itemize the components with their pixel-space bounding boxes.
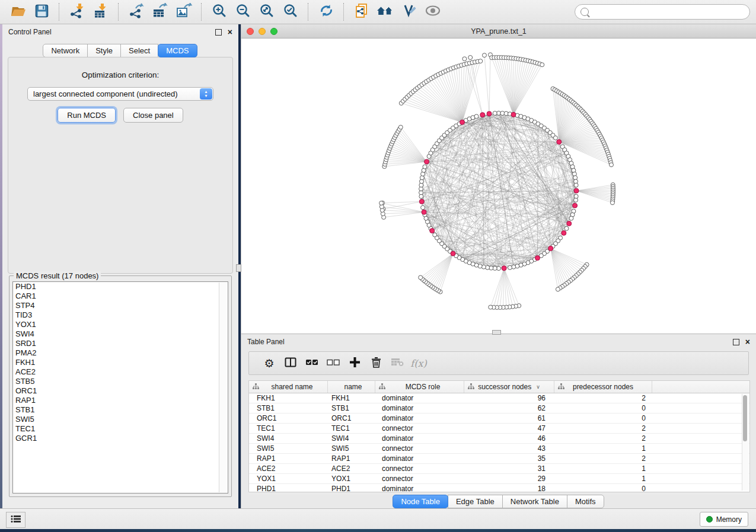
network-node[interactable] — [553, 136, 557, 140]
network-node[interactable] — [421, 206, 425, 210]
run-mcds-button[interactable]: Run MCDS — [58, 108, 116, 123]
network-leaf-node[interactable] — [379, 201, 384, 205]
import-table-button[interactable] — [89, 2, 113, 22]
mcds-result-item[interactable]: TID3 — [13, 310, 228, 320]
mcds-result-item[interactable]: PHD1 — [13, 282, 228, 291]
network-node[interactable] — [423, 165, 427, 169]
network-hub-node[interactable] — [535, 255, 540, 260]
mcds-result-item[interactable]: SRD1 — [13, 339, 228, 348]
column-header-predecessor-nodes[interactable]: predecessor nodes — [554, 381, 652, 393]
mcds-result-item[interactable]: SWI4 — [13, 329, 228, 339]
network-leaf-node[interactable] — [419, 275, 423, 280]
network-hub-node[interactable] — [422, 210, 426, 214]
network-canvas[interactable] — [241, 39, 756, 334]
network-node[interactable] — [574, 198, 578, 202]
mcds-result-item[interactable]: ACE2 — [13, 367, 228, 377]
tab-motifs[interactable]: Motifs — [567, 495, 604, 508]
network-hub-node[interactable] — [502, 266, 506, 271]
network-leaf-node[interactable] — [540, 63, 544, 67]
network-leaf-node[interactable] — [479, 59, 483, 63]
network-hub-node[interactable] — [487, 111, 492, 116]
network-hub-node[interactable] — [480, 113, 485, 117]
mcds-result-item[interactable]: SWI5 — [13, 415, 228, 424]
float-panel-icon[interactable] — [215, 29, 222, 36]
network-node[interactable] — [474, 114, 479, 118]
close-panel-button[interactable]: Close panel — [123, 108, 183, 123]
mcds-result-list[interactable]: PHD1CAR1STP4TID3YOX1SWI4SRD1PMA2FKH1ACE2… — [12, 281, 228, 493]
deselect-all-button[interactable] — [323, 358, 344, 368]
tab-node-table[interactable]: Node Table — [393, 495, 448, 508]
table-row[interactable]: STB1STB1dominator620 — [249, 403, 749, 414]
mcds-list-scrollbar[interactable] — [219, 283, 227, 492]
close-panel-icon[interactable]: × — [228, 28, 232, 36]
export-network-button[interactable] — [125, 2, 148, 22]
mcds-result-item[interactable]: FKH1 — [13, 358, 228, 367]
mcds-result-item[interactable]: STB1 — [13, 405, 228, 415]
zoom-selected-button[interactable] — [279, 2, 302, 22]
network-node[interactable] — [508, 265, 512, 270]
column-header-successor-nodes[interactable]: successor nodes∨ — [464, 381, 554, 393]
mcds-result-item[interactable]: STB5 — [13, 377, 228, 386]
network-hub-node[interactable] — [548, 246, 553, 251]
network-node[interactable] — [564, 226, 569, 230]
mcds-result-item[interactable]: TEC1 — [13, 424, 228, 434]
table-row[interactable]: PHD1PHD1dominator180 — [249, 484, 749, 494]
network-hub-node[interactable] — [567, 221, 572, 226]
column-header-name[interactable]: name — [328, 381, 375, 393]
mcds-result-item[interactable]: YOX1 — [13, 320, 228, 329]
column-header-shared-name[interactable]: shared name — [249, 381, 328, 393]
network-hub-node[interactable] — [557, 140, 562, 145]
tab-network-table[interactable]: Network Table — [502, 495, 567, 508]
network-hub-node[interactable] — [430, 228, 435, 233]
network-leaf-node[interactable] — [489, 305, 493, 309]
table-scrollbar-thumb[interactable] — [743, 395, 747, 441]
tab-style[interactable]: Style — [87, 44, 121, 57]
network-hub-node[interactable] — [419, 199, 424, 204]
table-row[interactable]: SWI4SWI4dominator462 — [249, 434, 749, 444]
network-graph[interactable] — [241, 39, 756, 334]
zoom-in-button[interactable] — [208, 2, 231, 22]
select-all-button[interactable] — [301, 358, 323, 368]
zoom-out-button[interactable] — [231, 2, 255, 22]
birds-eye-view-button[interactable] — [421, 2, 445, 22]
table-row[interactable]: SWI5SWI5connector431 — [249, 444, 749, 454]
network-leaf-node[interactable] — [468, 56, 473, 60]
tab-edge-table[interactable]: Edge Table — [448, 495, 503, 508]
apply-layout-button[interactable] — [314, 2, 338, 22]
log-console-button[interactable] — [6, 512, 25, 528]
column-header-mcds-role[interactable]: MCDS role — [375, 381, 464, 393]
destroy-table-button[interactable] — [387, 358, 408, 368]
network-leaf-node[interactable] — [398, 125, 403, 129]
mcds-result-item[interactable]: RAP1 — [13, 396, 228, 405]
table-settings-button[interactable]: ⚙ — [259, 358, 280, 369]
tab-mcds[interactable]: MCDS — [158, 44, 197, 57]
first-neighbors-button[interactable] — [374, 2, 397, 22]
network-leaf-node[interactable] — [462, 57, 467, 61]
network-hub-node[interactable] — [511, 112, 516, 117]
column-visibility-button[interactable] — [280, 357, 301, 370]
close-table-panel-icon[interactable]: × — [745, 338, 750, 346]
memory-button[interactable]: Memory — [700, 512, 748, 527]
network-node[interactable] — [433, 233, 437, 237]
new-network-from-selection-button[interactable] — [350, 2, 374, 22]
table-row[interactable]: YOX1YOX1connector291 — [249, 474, 749, 484]
export-table-button[interactable] — [148, 2, 172, 22]
graphics-details-button[interactable] — [397, 2, 421, 22]
network-hub-node[interactable] — [574, 188, 579, 193]
network-hub-node[interactable] — [562, 230, 566, 235]
float-table-panel-icon[interactable] — [733, 339, 739, 345]
network-leaf-node[interactable] — [482, 53, 486, 57]
tab-network[interactable]: Network — [43, 44, 88, 57]
delete-row-button[interactable] — [365, 357, 387, 370]
mcds-result-item[interactable]: GCR1 — [13, 434, 228, 443]
search-input[interactable] — [592, 7, 744, 17]
criterion-dropdown[interactable]: largest connected component (undirected)… — [27, 87, 213, 101]
network-leaf-node[interactable] — [556, 287, 560, 291]
table-row[interactable]: ACE2ACE2connector311 — [249, 464, 749, 474]
table-row[interactable]: ORC1ORC1dominator610 — [249, 414, 749, 424]
network-leaf-node[interactable] — [610, 201, 614, 205]
table-row[interactable]: TEC1TEC1connector472 — [249, 424, 749, 434]
export-image-button[interactable] — [172, 2, 196, 22]
network-node[interactable] — [569, 216, 573, 220]
save-session-button[interactable] — [30, 2, 53, 22]
